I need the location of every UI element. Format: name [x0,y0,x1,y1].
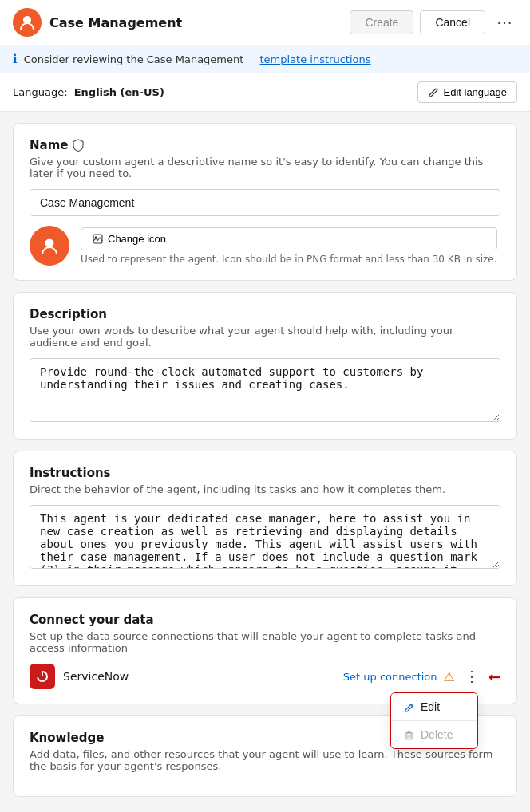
language-bar: Language: English (en-US) Edit language [0,73,530,112]
info-bar: ℹ Consider reviewing the Case Management… [0,45,530,73]
template-instructions-link[interactable]: template instructions [260,53,371,65]
agent-icon [30,226,69,266]
name-card: Name Give your custom agent a descriptiv… [13,123,517,281]
icon-hint-text: Used to represent the agent. Icon should… [81,254,497,265]
instructions-card-title: Instructions [30,466,500,480]
red-arrow-indicator: ← [488,668,500,685]
main-content: Name Give your custom agent a descriptiv… [0,112,530,808]
name-card-title: Name [30,138,500,152]
service-kebab-button[interactable]: ⋮ [461,666,482,687]
connect-data-card: Connect your data Set up the data source… [13,597,517,704]
header-actions: Create Cancel ⋯ [350,10,517,34]
app-logo [13,8,42,37]
app-header: Case Management Create Cancel ⋯ [0,0,530,45]
footer: Review supplemental terms to learn more … [0,808,530,812]
svg-rect-6 [406,733,412,739]
app-title: Case Management [49,15,342,30]
language-label: Language: English (en-US) [13,86,164,98]
trash-icon [404,730,414,740]
icon-row: Change icon Used to represent the agent.… [30,226,500,266]
dropdown-edit-button[interactable]: Edit [391,693,477,720]
instructions-card: Instructions Direct the behavior of the … [13,451,517,586]
description-card-desc: Use your own words to describe what your… [30,325,500,349]
image-icon [93,234,103,244]
description-textarea[interactable]: Provide round-the-clock automated suppor… [30,358,500,422]
edit-pencil-icon [404,702,414,712]
description-card-title: Description [30,307,500,321]
service-row: ServiceNow Set up connection ⚠ ⋮ ← Edit [30,664,500,689]
instructions-card-desc: Direct the behavior of the agent, includ… [30,483,500,495]
setup-connection-link[interactable]: Set up connection [343,671,437,683]
name-input[interactable] [30,189,500,216]
servicenow-icon [30,664,55,689]
service-actions: Set up connection ⚠ ⋮ ← [343,666,500,687]
description-card: Description Use your own words to descri… [13,292,517,440]
warning-icon: ⚠ [444,669,455,684]
dropdown-menu: Edit Delete [390,692,478,749]
language-value: English (en-US) [74,86,164,98]
dropdown-delete-button[interactable]: Delete [391,721,477,748]
change-icon-button[interactable]: Change icon [81,227,497,250]
info-text: Consider reviewing the Case Management [24,53,244,65]
service-name: ServiceNow [63,670,335,683]
instructions-textarea[interactable]: This agent is your dedicated case manage… [30,505,500,569]
info-icon: ℹ [13,52,18,66]
name-card-description: Give your custom agent a descriptive nam… [30,156,500,179]
cancel-button[interactable]: Cancel [420,10,485,34]
connect-data-desc: Set up the data source connections that … [30,630,500,654]
icon-change-area: Change icon Used to represent the agent.… [81,227,497,265]
edit-lang-icon [428,87,439,98]
edit-language-button[interactable]: Edit language [417,81,517,103]
connect-data-title: Connect your data [30,613,500,627]
svg-point-1 [45,239,54,248]
more-options-button[interactable]: ⋯ [492,11,517,34]
shield-icon [73,139,84,152]
knowledge-card-desc: Add data, files, and other resources tha… [30,748,500,772]
create-button[interactable]: Create [350,10,413,34]
